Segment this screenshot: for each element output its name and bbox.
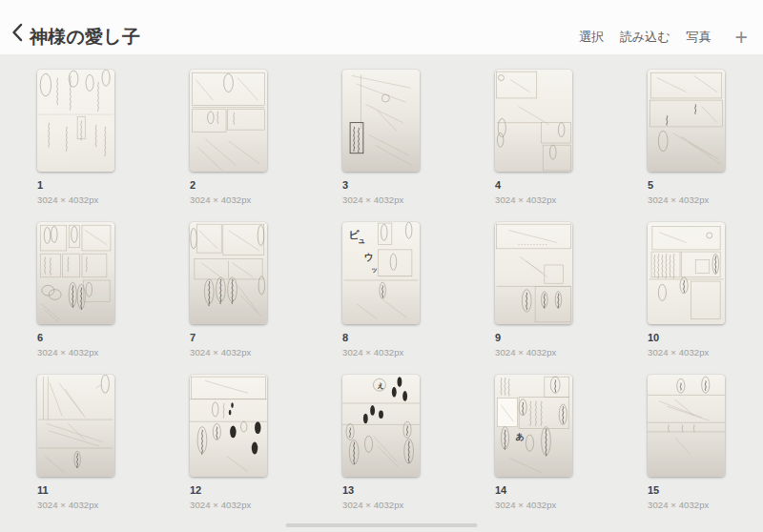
page-dimensions: 3024 × 4032px — [648, 500, 725, 510]
page-number: 9 — [495, 332, 572, 344]
page-thumbnail[interactable] — [190, 222, 267, 324]
page-number: 2 — [190, 179, 267, 192]
page-thumbnail[interactable] — [648, 222, 725, 324]
page-number: 5 — [648, 179, 725, 192]
grid-item: 123024 × 4032px — [190, 375, 267, 510]
page-number: 12 — [190, 484, 267, 497]
grid-item: 53024 × 4032px — [648, 70, 725, 205]
add-page-button[interactable]: + — [733, 31, 750, 44]
grid-item: 93024 × 4032px — [495, 222, 572, 358]
page-number: 3 — [342, 179, 420, 192]
back-button[interactable] — [11, 23, 23, 48]
page-dimensions: 3024 × 4032px — [648, 347, 725, 358]
grid-item: あ143024 × 4032px — [495, 375, 572, 510]
page-thumbnail[interactable]: え — [342, 375, 420, 477]
page-number: 1 — [37, 179, 114, 192]
svg-text:え: え — [377, 382, 383, 390]
page-number: 14 — [495, 484, 572, 497]
grid-item: え133024 × 4032px — [342, 375, 420, 510]
page-number: 10 — [648, 332, 725, 344]
photos-button[interactable]: 写真 — [687, 29, 711, 46]
svg-text:ッ: ッ — [371, 266, 378, 273]
page-dimensions: 3024 × 4032px — [37, 500, 114, 510]
page-number: 15 — [648, 484, 725, 497]
grid-item: 43024 × 4032px — [495, 70, 572, 205]
page-dimensions: 3024 × 4032px — [190, 347, 267, 358]
page-thumbnail[interactable]: ビュウッ — [342, 222, 420, 324]
page-thumbnail[interactable] — [190, 375, 267, 477]
navigation-bar: 神様の愛し子 選択 読み込む 写真 + — [0, 0, 763, 54]
grid-item: 73024 × 4032px — [190, 222, 267, 358]
page-thumbnail[interactable] — [495, 222, 572, 324]
page-dimensions: 3024 × 4032px — [495, 194, 572, 205]
page-number: 13 — [342, 484, 420, 497]
grid-item: 13024 × 4032px — [37, 70, 114, 205]
page-thumbnail[interactable] — [37, 375, 114, 477]
home-indicator[interactable] — [286, 523, 478, 527]
grid-item: 103024 × 4032px — [648, 222, 725, 358]
page-thumbnail[interactable] — [37, 70, 114, 172]
grid-item: 153024 × 4032px — [648, 375, 725, 510]
svg-text:ウ: ウ — [364, 252, 374, 262]
page-dimensions: 3024 × 4032px — [37, 194, 114, 205]
page-dimensions: 3024 × 4032px — [190, 500, 267, 510]
toolbar-actions: 選択 読み込む 写真 + — [579, 29, 750, 48]
page-dimensions: 3024 × 4032px — [342, 500, 420, 510]
page-thumbnail[interactable] — [342, 70, 420, 172]
svg-text:ュ: ュ — [358, 236, 365, 245]
page-number: 11 — [37, 484, 114, 497]
page-dimensions: 3024 × 4032px — [342, 347, 420, 358]
grid-item: 63024 × 4032px — [37, 222, 114, 358]
grid-item: ビュウッ83024 × 4032px — [342, 222, 420, 358]
page-dimensions: 3024 × 4032px — [495, 347, 572, 358]
grid-item: 113024 × 4032px — [37, 375, 114, 510]
grid-item: 33024 × 4032px — [342, 70, 420, 205]
thumbnail-grid[interactable]: 13024 × 4032px23024 × 4032px33024 × 4032… — [0, 54, 763, 510]
page-number: 7 — [190, 332, 267, 344]
svg-text:あ: あ — [516, 432, 525, 441]
import-button[interactable]: 読み込む — [620, 29, 670, 46]
page-thumbnail[interactable] — [648, 70, 725, 172]
page-number: 4 — [495, 179, 572, 192]
page-thumbnail[interactable] — [495, 70, 572, 172]
page-dimensions: 3024 × 4032px — [190, 194, 267, 205]
page-dimensions: 3024 × 4032px — [648, 194, 725, 205]
page-title: 神様の愛し子 — [30, 28, 140, 48]
page-dimensions: 3024 × 4032px — [495, 500, 572, 510]
select-button[interactable]: 選択 — [579, 29, 604, 46]
page-thumbnail[interactable] — [190, 70, 267, 172]
page-dimensions: 3024 × 4032px — [37, 347, 114, 358]
chevron-left-icon — [11, 23, 23, 46]
page-number: 6 — [37, 332, 114, 344]
page-thumbnail[interactable] — [648, 375, 725, 477]
page-thumbnail[interactable]: あ — [495, 375, 572, 477]
grid-item: 23024 × 4032px — [190, 70, 267, 205]
page-number: 8 — [342, 332, 420, 344]
page-thumbnail[interactable] — [37, 222, 114, 324]
page-dimensions: 3024 × 4032px — [342, 194, 420, 205]
